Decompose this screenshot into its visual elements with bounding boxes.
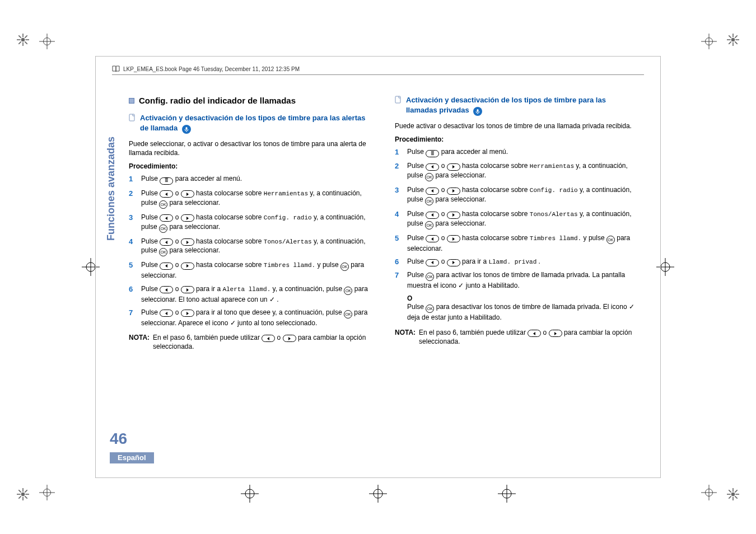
step-7-alt: Pulse OK para desactivar los tonos de ti… bbox=[395, 302, 638, 322]
doc-marker-icon bbox=[395, 96, 402, 116]
step-3: Pulse o hasta colocarse sobre Config. ra… bbox=[129, 213, 372, 233]
svg-rect-35 bbox=[129, 114, 134, 121]
proc-label-left: Procedimiento: bbox=[129, 162, 372, 171]
menu-key-icon: ≣ bbox=[160, 177, 173, 185]
registration-mark-icon bbox=[369, 485, 387, 503]
svg-line-8 bbox=[18, 41, 21, 44]
right-key-icon bbox=[181, 214, 194, 222]
left-key-icon bbox=[426, 212, 439, 219]
left-key-icon bbox=[160, 190, 173, 198]
step-7: Pulse OK para activar los tonos de timbr… bbox=[395, 270, 638, 290]
right-key-icon bbox=[447, 188, 460, 195]
step-7: Pulse o para ir al tono que desee y, a c… bbox=[129, 308, 372, 327]
left-key-icon bbox=[160, 214, 173, 222]
right-column: Activación y desactivación de los tipos … bbox=[395, 95, 638, 450]
crop-mark-icon bbox=[39, 34, 55, 49]
left-key-icon bbox=[528, 330, 541, 337]
subheading-left: Activación y desactivación de los tipos … bbox=[129, 113, 372, 134]
crop-mark-icon bbox=[39, 485, 55, 500]
print-pinwheel-icon bbox=[727, 34, 739, 46]
note-left: NOTA: En el paso 6, también puede utiliz… bbox=[129, 333, 372, 352]
svg-line-7 bbox=[25, 35, 27, 38]
section-title: Config. radio del indicador de llamadas bbox=[139, 95, 296, 106]
left-key-icon bbox=[160, 310, 173, 317]
side-tab-label: Funciones avanzadas bbox=[105, 137, 117, 241]
left-column: Config. radio del indicador de llamadas … bbox=[129, 95, 372, 450]
step-1: Pulse ≣ para acceder al menú. bbox=[129, 174, 372, 185]
language-badge: Español bbox=[110, 452, 154, 463]
step-6: Pulse o para ir a Alerta llamd. y, a con… bbox=[129, 284, 372, 304]
left-key-icon bbox=[426, 163, 439, 171]
ok-key-icon: OK bbox=[159, 248, 167, 256]
section-marker-icon bbox=[129, 98, 134, 104]
step-6: Pulse o para ir a Llamd. privad . bbox=[395, 257, 638, 266]
ok-key-icon: OK bbox=[344, 287, 352, 295]
svg-rect-38 bbox=[477, 109, 479, 112]
step-2: Pulse o hasta colocarse sobre Herramient… bbox=[129, 189, 372, 209]
step-2: Pulse o hasta colocarse sobre Herramient… bbox=[395, 161, 638, 181]
steps-left: Pulse ≣ para acceder al menú. Pulse o ha… bbox=[129, 174, 372, 327]
section-heading: Config. radio del indicador de llamadas bbox=[129, 95, 372, 106]
print-pinwheel-icon bbox=[17, 34, 29, 46]
svg-rect-37 bbox=[395, 96, 400, 103]
svg-line-5 bbox=[18, 35, 21, 38]
note-label: NOTA: bbox=[395, 328, 416, 346]
or-separator: O bbox=[407, 294, 638, 303]
left-key-icon bbox=[160, 263, 173, 270]
check-icon: ✓ bbox=[458, 282, 464, 289]
print-pinwheel-icon bbox=[727, 488, 739, 500]
doc-marker-icon bbox=[129, 114, 136, 134]
right-key-icon bbox=[181, 310, 194, 317]
right-key-icon bbox=[283, 335, 296, 342]
check-icon: ✓ bbox=[269, 296, 275, 303]
right-key-icon bbox=[181, 286, 194, 293]
registration-mark-icon bbox=[498, 485, 516, 503]
left-key-icon bbox=[426, 259, 439, 266]
left-key-icon bbox=[426, 235, 439, 242]
feature-badge-icon bbox=[182, 125, 191, 134]
sub-title-right: Activación y desactivación de los tipos … bbox=[406, 96, 606, 114]
registration-mark-icon bbox=[241, 485, 259, 503]
running-head: LKP_EMEA_ES.book Page 46 Tuesday, Decemb… bbox=[112, 65, 644, 75]
ok-key-icon: OK bbox=[606, 236, 615, 244]
ok-key-icon: OK bbox=[159, 224, 167, 233]
check-icon: ✓ bbox=[629, 303, 634, 311]
step-5: Pulse o hasta colocarse sobre Timbres ll… bbox=[129, 260, 372, 280]
ok-key-icon: OK bbox=[425, 221, 433, 229]
steps-right: Pulse ≣ para acceder al menú. Pulse o ha… bbox=[395, 147, 638, 290]
crop-mark-icon bbox=[701, 485, 717, 500]
ok-key-icon: OK bbox=[340, 263, 349, 271]
subheading-right: Activación y desactivación de los tipos … bbox=[395, 95, 638, 116]
right-key-icon bbox=[447, 163, 460, 171]
page-number: 46 bbox=[110, 430, 127, 448]
left-key-icon bbox=[160, 286, 173, 293]
right-key-icon bbox=[181, 190, 194, 198]
right-key-icon bbox=[447, 259, 460, 266]
left-key-icon bbox=[160, 238, 173, 246]
print-pinwheel-icon bbox=[17, 488, 29, 500]
step-1: Pulse ≣ para acceder al menú. bbox=[395, 147, 638, 158]
ok-key-icon: OK bbox=[426, 273, 434, 281]
running-head-text: LKP_EMEA_ES.book Page 46 Tuesday, Decemb… bbox=[123, 66, 300, 72]
feature-badge-icon bbox=[473, 107, 482, 116]
right-key-icon bbox=[181, 238, 194, 246]
svg-rect-36 bbox=[185, 127, 187, 130]
intro-left: Puede seleccionar, o activar o desactiva… bbox=[129, 139, 372, 157]
left-key-icon bbox=[262, 335, 275, 342]
note-label: NOTA: bbox=[129, 333, 150, 352]
intro-right: Puede activar o desactivar los tonos de … bbox=[395, 121, 638, 130]
right-key-icon bbox=[181, 263, 194, 270]
sub-title-left: Activación y desactivación de los tipos … bbox=[140, 114, 365, 132]
ok-key-icon: OK bbox=[426, 305, 434, 313]
svg-line-6 bbox=[25, 41, 27, 44]
note-right: NOTA: En el paso 6, también puede utiliz… bbox=[395, 328, 638, 346]
step-5: Pulse o hasta colocarse sobre Timbres ll… bbox=[395, 233, 638, 253]
step-4: Pulse o hasta colocarse sobre Tonos/Aler… bbox=[129, 237, 372, 257]
check-icon: ✓ bbox=[230, 319, 236, 327]
ok-key-icon: OK bbox=[425, 173, 433, 181]
right-key-icon bbox=[549, 330, 562, 337]
proc-label-right: Procedimiento: bbox=[395, 135, 638, 144]
crop-mark-icon bbox=[701, 34, 717, 49]
ok-key-icon: OK bbox=[425, 197, 433, 205]
step-3: Pulse o hasta colocarse sobre Config. ra… bbox=[395, 185, 638, 205]
